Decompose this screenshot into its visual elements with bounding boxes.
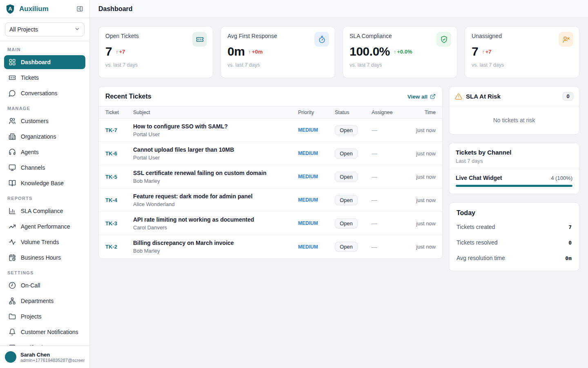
sidebar-item-conversations[interactable]: Conversations bbox=[4, 86, 85, 100]
today-label: Tickets created bbox=[457, 224, 495, 230]
delta-arrow-up-icon: ↑ bbox=[248, 49, 251, 55]
stat-value: 100.0% bbox=[350, 45, 390, 58]
sidebar-item-tickets[interactable]: Tickets bbox=[4, 71, 85, 85]
sidebar-collapse-button[interactable] bbox=[75, 4, 85, 14]
today-title: Today bbox=[457, 209, 572, 217]
today-value: 0m bbox=[565, 255, 572, 261]
ticket-id: TK-5 bbox=[105, 174, 133, 180]
sidebar-item-label: SLA Compliance bbox=[21, 208, 63, 214]
table-row[interactable]: TK-6Cannot upload files larger than 10MB… bbox=[99, 142, 442, 165]
channel-row: Live Chat Widget4 (100%) bbox=[456, 175, 572, 187]
ticket-time: just now bbox=[404, 244, 436, 250]
today-row-avg-resolution-time: Avg resolution time0m bbox=[457, 250, 572, 266]
stat-label: Avg First Response bbox=[227, 33, 328, 39]
sidebar: A Auxilium All Projects MAINDashboardTic… bbox=[0, 0, 90, 368]
ticket-priority: MEDIUM bbox=[298, 127, 335, 133]
user-name: Sarah Chen bbox=[20, 352, 85, 358]
sidebar-item-projects[interactable]: Projects bbox=[4, 310, 85, 323]
sidebar-item-channels[interactable]: Channels bbox=[4, 161, 85, 175]
stat-caption: vs. last 7 days bbox=[472, 62, 572, 68]
status-badge: Open bbox=[335, 172, 358, 182]
table-row[interactable]: TK-2Billing discrepancy on March invoice… bbox=[99, 235, 442, 258]
ticket-requester: Bob Marley bbox=[133, 178, 298, 184]
tickets-by-channel-subtitle: Last 7 days bbox=[456, 158, 572, 164]
monitor-icon bbox=[9, 164, 16, 171]
page-title: Dashboard bbox=[98, 5, 133, 13]
nav-section-label-main: MAIN bbox=[7, 47, 82, 52]
today-value: 7 bbox=[568, 224, 572, 230]
sidebar-item-customer-notifications[interactable]: Customer Notifications bbox=[4, 325, 85, 339]
ticket-subject-cell: SSL certificate renewal failing on custo… bbox=[133, 170, 298, 184]
main-area: Dashboard Open Tickets7↑+7vs. last 7 day… bbox=[90, 0, 588, 287]
sidebar-item-label: Conversations bbox=[21, 90, 58, 96]
stat-caption: vs. last 7 days bbox=[350, 62, 450, 68]
bar-chart-icon bbox=[9, 207, 16, 215]
sidebar-item-on-call[interactable]: On-Call bbox=[4, 278, 85, 292]
svg-text:A: A bbox=[8, 6, 12, 12]
ticket-assignee: — bbox=[372, 173, 404, 180]
channel-value: 4 (100%) bbox=[551, 175, 572, 181]
nav-section-label-settings: SETTINGS bbox=[7, 270, 82, 275]
recent-tickets-title: Recent Tickets bbox=[105, 93, 151, 100]
sidebar-item-agent-performance[interactable]: Agent Performance bbox=[4, 220, 85, 233]
ticket-subject-cell: Feature request: dark mode for admin pan… bbox=[133, 193, 298, 207]
project-selector-value: All Projects bbox=[9, 26, 38, 33]
table-row[interactable]: TK-4Feature request: dark mode for admin… bbox=[99, 188, 442, 212]
ticket-status-cell: Open bbox=[335, 195, 372, 205]
sidebar-item-customers[interactable]: Customers bbox=[4, 114, 85, 128]
user-footer[interactable]: Sarah Chen admin+1776194835287@screensho bbox=[0, 346, 89, 368]
delta-arrow-up-icon: ↑ bbox=[394, 49, 396, 55]
sla-at-risk-header: SLA At Risk 0 bbox=[449, 87, 579, 106]
table-row[interactable]: TK-7How to configure SSO with SAML?Porta… bbox=[99, 119, 442, 142]
sidebar-item-label: On-Call bbox=[21, 282, 40, 289]
ticket-requester: Bob Marley bbox=[133, 248, 298, 254]
sla-at-risk-panel: SLA At Risk 0 No tickets at risk bbox=[449, 86, 579, 135]
table-row[interactable]: TK-3API rate limiting not working as doc… bbox=[99, 212, 442, 235]
ticket-status-cell: Open bbox=[335, 125, 372, 135]
headset-icon bbox=[9, 148, 16, 156]
ticket-time: just now bbox=[404, 197, 436, 203]
sidebar-item-knowledge-base[interactable]: Knowledge Base bbox=[4, 176, 85, 190]
tickets-by-channel-panel: Tickets by Channel Last 7 days Live Chat… bbox=[449, 143, 579, 194]
ticket-subject: How to configure SSO with SAML? bbox=[133, 123, 298, 130]
ticket-status-cell: Open bbox=[335, 218, 372, 229]
sidebar-item-organizations[interactable]: Organizations bbox=[4, 130, 85, 144]
channel-name: Live Chat Widget bbox=[456, 175, 502, 181]
sidebar-item-label: Business Hours bbox=[21, 254, 61, 261]
view-all-link[interactable]: View all bbox=[408, 94, 436, 100]
project-selector-wrap: All Projects bbox=[0, 18, 89, 41]
table-body: TK-7How to configure SSO with SAML?Porta… bbox=[99, 119, 442, 258]
sidebar-item-sla-compliance[interactable]: SLA Compliance bbox=[4, 204, 85, 218]
today-label: Tickets resolved bbox=[457, 239, 498, 246]
stat-value: 0m bbox=[227, 45, 245, 58]
app-logo-icon: A bbox=[5, 4, 16, 14]
ticket-icon bbox=[9, 74, 16, 81]
status-badge: Open bbox=[335, 195, 358, 205]
sidebar-item-dashboard[interactable]: Dashboard bbox=[4, 55, 85, 69]
stat-icon-box bbox=[559, 32, 573, 47]
dashboard-icon bbox=[9, 58, 16, 66]
ticket-time: just now bbox=[404, 174, 436, 180]
stat-label: SLA Compliance bbox=[350, 33, 450, 39]
sidebar-item-notification-logs[interactable]: Notification Logs bbox=[4, 341, 85, 346]
stat-card-unassigned: Unassigned7↑+7vs. last 7 days bbox=[465, 26, 579, 78]
sla-at-risk-count-badge: 0 bbox=[563, 92, 573, 101]
ticket-requester: Portal User bbox=[133, 155, 298, 161]
stat-caption: vs. last 7 days bbox=[105, 62, 206, 68]
project-selector[interactable]: All Projects bbox=[5, 22, 85, 36]
stat-caption: vs. last 7 days bbox=[227, 62, 328, 68]
table-row[interactable]: TK-5SSL certificate renewal failing on c… bbox=[99, 165, 442, 188]
sidebar-item-business-hours[interactable]: Business Hours bbox=[4, 251, 85, 265]
building-icon bbox=[9, 133, 16, 140]
channel-progress-track bbox=[456, 185, 572, 187]
ticket-priority: MEDIUM bbox=[298, 150, 335, 156]
ticket-subject: Billing discrepancy on March invoice bbox=[133, 240, 298, 246]
sidebar-item-label: Customers bbox=[21, 118, 49, 124]
today-row-tickets-created: Tickets created7 bbox=[457, 219, 572, 235]
ticket-assignee: — bbox=[372, 220, 404, 227]
sidebar-item-departments[interactable]: Departments bbox=[4, 294, 85, 308]
sidebar-item-volume-trends[interactable]: Volume Trends bbox=[4, 235, 85, 249]
chat-icon bbox=[9, 90, 16, 97]
sidebar-item-agents[interactable]: Agents bbox=[4, 145, 85, 159]
sidebar-item-label: Customer Notifications bbox=[21, 329, 78, 335]
